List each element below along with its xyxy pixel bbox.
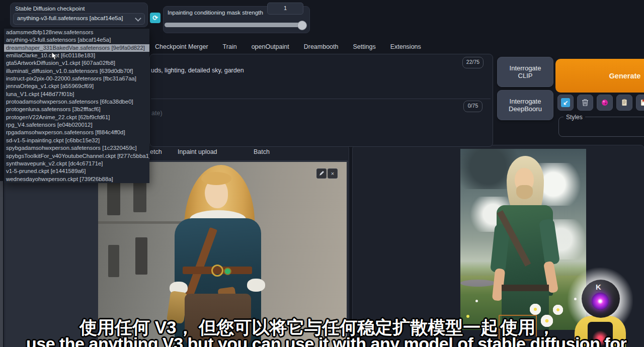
buckle-shape	[211, 265, 223, 277]
subtitle-english: use the anything V3 but you can use it w…	[26, 334, 626, 347]
paste-button[interactable]: ↙	[557, 95, 574, 111]
checkpoint-option[interactable]: sd-v1-5-inpainting.ckpt [c6bbc15e32]	[4, 137, 149, 144]
save-style-button[interactable]	[636, 95, 644, 111]
interrogate-deepbooru-button[interactable]: Interrogate DeepBooru	[497, 90, 553, 120]
refresh-icon: ⟳	[152, 14, 158, 22]
checkpoint-option[interactable]: spybgsToolkitFor_v40YoutubeChannel.ckpt …	[4, 152, 149, 160]
divider	[151, 99, 491, 99]
button-label: DeepBooru	[498, 105, 553, 113]
checkpoint-dropdown-list: adamsmedbfp128new.safetensorsanything-v3…	[4, 29, 149, 183]
button-label: CLIP	[498, 72, 553, 79]
slider-handle[interactable]	[297, 21, 307, 30]
interrogate-clip-button[interactable]: Interrogate CLIP	[497, 57, 553, 87]
checkpoint-option[interactable]: protogenV22Anime_22.ckpt [62bf9cfd61]	[4, 114, 149, 121]
checkpoint-label: Stable Diffusion checkpoint	[15, 6, 85, 12]
edit-image-button[interactable]	[316, 168, 327, 179]
flower-dot	[475, 300, 478, 302]
mask-strength-value[interactable]: 1	[267, 3, 303, 15]
mask-strength-label: Inpainting conditioning mask strength	[168, 9, 276, 17]
checkpoint-option[interactable]: rpgadamsohwxperson.safetensors [f884c4ff…	[4, 129, 149, 136]
mask-strength-slider[interactable]	[165, 23, 306, 27]
big-flower-shape	[530, 304, 541, 315]
main-tab[interactable]: Train	[223, 43, 237, 50]
tab-inpaint-sketch-partial[interactable]: etch	[150, 148, 162, 155]
checkpoint-option[interactable]: emiliaClarke_10.ckpt [6c0118e183]	[4, 52, 149, 59]
lavender-shape	[460, 280, 496, 287]
checkpoint-option[interactable]: dreamshaper_331BakedVae.safetensors [9e9…	[4, 44, 149, 52]
button-label: Interrogate	[498, 64, 553, 72]
prompt-token-counter: 22/75	[462, 57, 484, 68]
fur-cuff-shape	[247, 279, 265, 292]
clipboard-icon	[620, 98, 629, 107]
prompt-textarea[interactable]: uds, lighting, detailed sky, garden	[151, 67, 453, 74]
checkpoint-option[interactable]: spybgadamsohwxperson.safetensors [1c2320…	[4, 144, 149, 152]
tab-inpaint-upload[interactable]: Inpaint upload	[178, 148, 217, 155]
negative-prompt-textarea[interactable]: ate)	[151, 110, 302, 117]
checkpoint-option[interactable]: synthwavepunk_v2.ckpt [dc4c67171e]	[4, 160, 149, 167]
avatar-eye	[592, 293, 609, 310]
checkpoint-option[interactable]: gta5ArtworkDiffusion_v1.ckpt [607aa02fb8…	[4, 59, 149, 67]
belt-shape	[502, 285, 549, 291]
main-tab[interactable]: Extensions	[390, 43, 421, 50]
save-icon	[639, 98, 644, 107]
paste-icon: ↙	[561, 98, 570, 107]
window-shape	[108, 245, 119, 277]
apply-styles-button[interactable]	[616, 95, 632, 111]
mouse-cursor	[51, 52, 57, 60]
app-screen: etch Inpaint upload Batch ×	[0, 0, 644, 347]
checkpoint-option[interactable]: instruct-pix2pix-00-22000.safetensors [f…	[4, 75, 149, 82]
checkpoint-option[interactable]: wednesdayohwxperson.ckpt [739f26b88a]	[4, 176, 149, 183]
checkpoint-select[interactable]: anything-v3-full.safetensors [abcaf14e5a…	[13, 13, 145, 25]
clear-prompt-button[interactable]	[577, 95, 593, 111]
checkpoint-value: anything-v3-full.safetensors [abcaf14e5a…	[17, 15, 123, 21]
extra-networks-button[interactable]	[597, 95, 613, 111]
remove-image-button[interactable]: ×	[328, 168, 338, 179]
main-tab-bar: Checkpoint MergerTrainopenOutpaintDreamb…	[149, 40, 421, 53]
negative-prompt-token-counter: 0/75	[463, 101, 482, 112]
checkpoint-option[interactable]: luna_V1.ckpt [448d77f01b]	[4, 91, 149, 98]
gem-shape	[224, 268, 231, 275]
big-flower-shape	[553, 305, 563, 315]
chevron-down-icon	[135, 15, 141, 22]
trash-icon	[581, 98, 590, 107]
main-tab[interactable]: openOutpaint	[252, 43, 289, 50]
beard-shape	[516, 185, 533, 199]
button-label: Interrogate	[498, 98, 553, 105]
styles-label: Styles	[564, 114, 585, 121]
main-tab[interactable]: Dreambooth	[304, 43, 339, 50]
tab-batch[interactable]: Batch	[254, 148, 270, 155]
palette-icon	[600, 98, 609, 107]
checkpoint-option[interactable]: protoadamsohwxperson.safetensors [6fca38…	[4, 98, 149, 106]
generate-button[interactable]: Generate	[555, 59, 644, 93]
checkpoint-option[interactable]: jennaOrtega_v1.ckpt [a55969cf69]	[4, 82, 149, 90]
checkpoint-option[interactable]: v1-5-pruned.ckpt [e1441589a6]	[4, 167, 149, 175]
checkpoint-option[interactable]: protogenluna.safetensors [3b2fffacf6]	[4, 106, 149, 113]
edge-strip	[0, 181, 3, 347]
close-icon: ×	[331, 170, 334, 177]
window-shape	[135, 237, 147, 275]
checkpoint-option[interactable]: anything-v3-full.safetensors [abcaf14e5a…	[4, 36, 149, 44]
pencil-icon	[319, 171, 324, 176]
main-tab[interactable]: Checkpoint Merger	[155, 43, 208, 50]
fringe-shape	[201, 172, 231, 185]
avatar-letter: K	[596, 283, 601, 291]
ledge-shape	[98, 221, 184, 224]
checkpoint-option[interactable]: adamsmedbfp128new.safetensors	[4, 29, 149, 36]
checkpoint-option[interactable]: rpg_V4.safetensors [e04b020012]	[4, 121, 149, 129]
refresh-checkpoints-button[interactable]: ⟳	[150, 13, 160, 23]
main-tab[interactable]: Settings	[353, 43, 375, 50]
checkpoint-option[interactable]: illuminati_diffusion_v1.0.safetensors [6…	[4, 67, 149, 75]
